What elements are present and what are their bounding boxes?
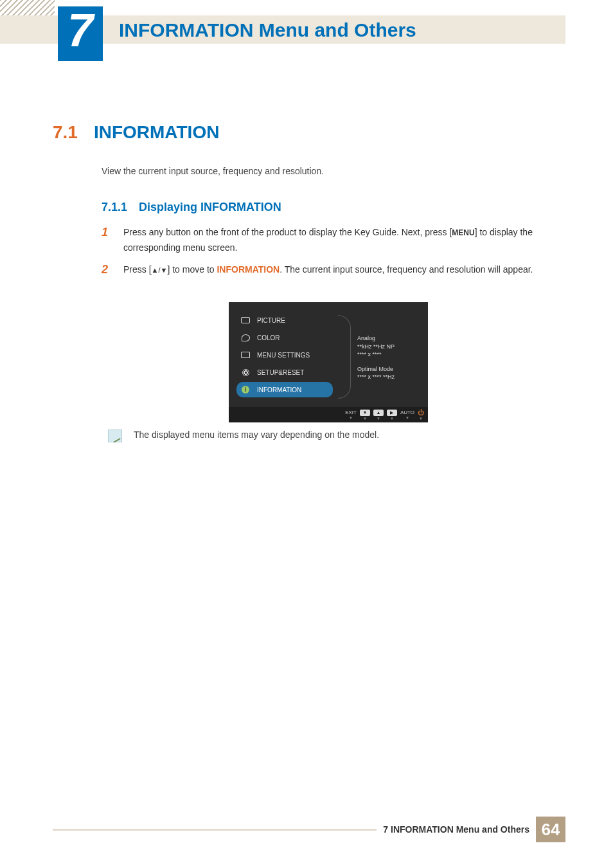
- osd-menu-setup-reset: SETUP&RESET: [236, 365, 333, 380]
- subsection-number: 7.1.1: [102, 201, 127, 214]
- step-1: 1 Press any button on the front of the p…: [102, 225, 564, 256]
- steps-list: 1 Press any button on the front of the p…: [102, 225, 564, 284]
- down-arrow-icon: ▼: [161, 266, 168, 274]
- osd-footer-label: EXIT: [345, 410, 357, 415]
- osd-menu-picture: PICTURE: [236, 312, 333, 328]
- down-triangle-icon: ▼: [419, 417, 423, 420]
- page-footer: 7 INFORMATION Menu and Others 64: [53, 817, 565, 842]
- note-text: The displayed menu items may vary depend…: [134, 429, 379, 440]
- header-hatch-decoration: [0, 0, 55, 15]
- power-icon: ⏻: [418, 409, 424, 416]
- note-row: The displayed menu items may vary depend…: [108, 429, 379, 442]
- osd-menu-color: COLOR: [236, 330, 333, 345]
- down-arrow-icon: ▼: [360, 410, 370, 416]
- chapter-number-box: 7: [58, 6, 103, 61]
- osd-right-button: ▶ ▼: [387, 410, 397, 420]
- step-number: 2: [102, 262, 112, 278]
- up-arrow-icon: ▲: [373, 410, 384, 416]
- chapter-title: INFORMATION Menu and Others: [119, 19, 416, 41]
- osd-menu-settings: MENU SETTINGS: [236, 347, 333, 363]
- osd-divider: [338, 315, 351, 399]
- osd-exit-button: EXIT ▼: [345, 410, 357, 420]
- osd-info-line: Analog: [357, 334, 395, 343]
- section-intro-text: View the current input source, frequency…: [102, 166, 324, 176]
- section-number: 7.1: [53, 122, 78, 143]
- osd-up-button: ▲ ▼: [373, 410, 384, 420]
- step-body: Press [▲/▼] to move to INFORMATION. The …: [123, 262, 564, 278]
- step-text: Press any button on the front of the pro…: [123, 227, 452, 237]
- down-triangle-icon: ▼: [390, 417, 394, 420]
- osd-menu-label: COLOR: [257, 334, 280, 341]
- osd-info-line: **kHz **Hz NP: [357, 343, 395, 351]
- osd-info-line: **** x ****: [357, 350, 395, 359]
- right-arrow-icon: ▶: [387, 410, 397, 416]
- section-title: INFORMATION: [94, 122, 219, 143]
- down-triangle-icon: ▼: [405, 416, 409, 420]
- info-icon: i: [240, 386, 251, 393]
- osd-footer: EXIT ▼ ▼ ▼ ▲ ▼ ▶ ▼ AUTO ▼ ⏻ ▼: [229, 407, 428, 422]
- down-triangle-icon: ▼: [349, 416, 353, 420]
- step-text: The current input source, frequency and …: [282, 264, 533, 275]
- footer-bar: [53, 829, 377, 831]
- step-body: Press any button on the front of the pro…: [123, 225, 564, 256]
- osd-menu-label: SETUP&RESET: [257, 369, 304, 376]
- osd-menu-list: PICTURE COLOR MENU SETTINGS SETUP&RESET …: [236, 312, 333, 399]
- osd-menu-information: i INFORMATION: [236, 382, 333, 397]
- osd-power-button: ⏻ ▼: [418, 409, 424, 420]
- information-highlight: INFORMATION: [217, 264, 280, 275]
- step-number: 1: [102, 225, 112, 256]
- subsection-title: Displaying INFORMATION: [139, 201, 281, 214]
- osd-menu-label: MENU SETTINGS: [257, 352, 310, 359]
- down-triangle-icon: ▼: [377, 417, 380, 420]
- page-number: 64: [536, 817, 565, 842]
- footer-label: 7 INFORMATION Menu and Others: [377, 824, 536, 835]
- note-icon: [108, 429, 122, 442]
- display-icon: [240, 351, 251, 359]
- osd-menu-label: PICTURE: [257, 317, 285, 324]
- step-text: Press [: [123, 264, 152, 275]
- menu-key-label: MENU: [452, 228, 474, 237]
- up-arrow-icon: ▲: [152, 266, 159, 274]
- step-2: 2 Press [▲/▼] to move to INFORMATION. Th…: [102, 262, 564, 278]
- down-triangle-icon: ▼: [363, 417, 367, 420]
- gear-icon: [240, 368, 251, 376]
- picture-icon: [240, 316, 251, 324]
- osd-info-line: Optimal Mode: [357, 365, 395, 374]
- palette-icon: [240, 334, 251, 341]
- osd-screenshot: PICTURE COLOR MENU SETTINGS SETUP&RESET …: [229, 302, 428, 422]
- section-heading: 7.1 INFORMATION: [53, 122, 219, 143]
- osd-menu-label: INFORMATION: [257, 386, 301, 393]
- subsection-heading: 7.1.1 Displaying INFORMATION: [102, 201, 281, 214]
- osd-auto-button: AUTO ▼: [400, 410, 414, 420]
- step-text: ] to move to: [167, 264, 217, 275]
- osd-info-line: **** x **** **Hz: [357, 373, 395, 381]
- osd-footer-label: AUTO: [400, 410, 414, 415]
- osd-info-panel: Analog **kHz **Hz NP **** x **** Optimal…: [357, 334, 395, 399]
- osd-down-button: ▼ ▼: [360, 410, 370, 420]
